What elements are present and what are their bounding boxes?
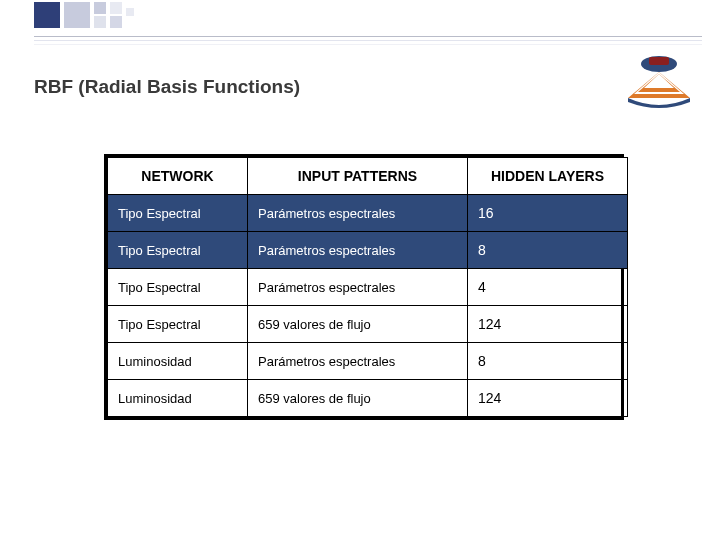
cell-network: Tipo Espectral: [108, 269, 248, 306]
table-row: Tipo EspectralParámetros espectrales4: [108, 269, 628, 306]
deco-square: [110, 16, 122, 28]
table-header-row: NETWORK INPUT PATTERNS HIDDEN LAYERS: [108, 158, 628, 195]
cell-input: 659 valores de flujo: [248, 380, 468, 417]
table-row: LuminosidadParámetros espectrales8: [108, 343, 628, 380]
col-header-hidden: HIDDEN LAYERS: [468, 158, 628, 195]
cell-input: Parámetros espectrales: [248, 232, 468, 269]
cell-network: Tipo Espectral: [108, 232, 248, 269]
deco-square: [94, 2, 106, 14]
deco-square: [126, 8, 134, 16]
deco-line: [34, 44, 702, 45]
deco-line: [34, 36, 702, 37]
deco-square: [64, 2, 90, 28]
cell-network: Tipo Espectral: [108, 306, 248, 343]
deco-square: [34, 2, 60, 28]
col-header-network: NETWORK: [108, 158, 248, 195]
table-row: Tipo Espectral659 valores de flujo124: [108, 306, 628, 343]
slide-title: RBF (Radial Basis Functions): [34, 76, 300, 98]
cell-hidden: 124: [468, 306, 628, 343]
rbf-table: NETWORK INPUT PATTERNS HIDDEN LAYERS Tip…: [104, 154, 624, 420]
cell-network: Tipo Espectral: [108, 195, 248, 232]
deco-square: [94, 16, 106, 28]
cell-input: Parámetros espectrales: [248, 343, 468, 380]
cell-input: 659 valores de flujo: [248, 306, 468, 343]
slide: RBF (Radial Basis Functions) NETWORK INP…: [0, 0, 720, 540]
cell-network: Luminosidad: [108, 343, 248, 380]
col-header-input: INPUT PATTERNS: [248, 158, 468, 195]
cell-hidden: 8: [468, 343, 628, 380]
institution-logo: [622, 54, 696, 110]
cell-hidden: 124: [468, 380, 628, 417]
table-row: Tipo EspectralParámetros espectrales16: [108, 195, 628, 232]
deco-square: [110, 2, 122, 14]
cell-hidden: 4: [468, 269, 628, 306]
cell-network: Luminosidad: [108, 380, 248, 417]
cell-input: Parámetros espectrales: [248, 269, 468, 306]
table-row: Tipo EspectralParámetros espectrales8: [108, 232, 628, 269]
svg-rect-1: [649, 57, 669, 65]
deco-line: [34, 40, 702, 41]
cell-hidden: 16: [468, 195, 628, 232]
table-row: Luminosidad659 valores de flujo124: [108, 380, 628, 417]
cell-input: Parámetros espectrales: [248, 195, 468, 232]
cell-hidden: 8: [468, 232, 628, 269]
top-decoration: [0, 0, 720, 44]
